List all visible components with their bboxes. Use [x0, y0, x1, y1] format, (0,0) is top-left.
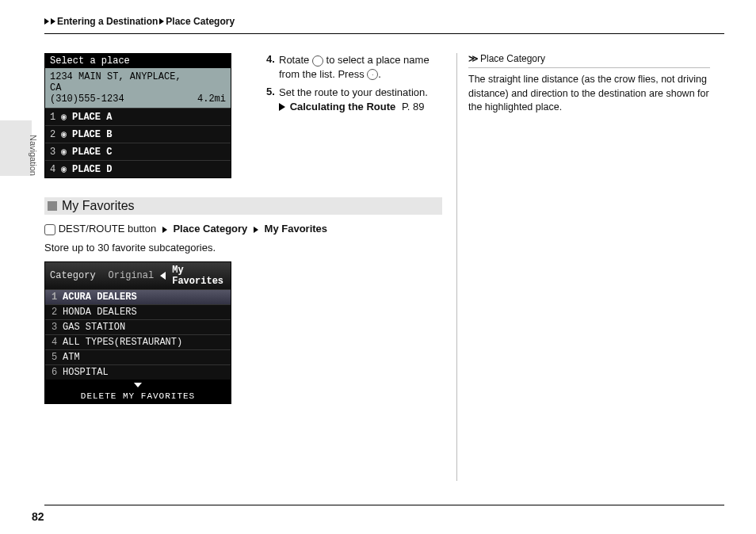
page-number: 82 — [32, 510, 44, 523]
chevron-right-icon — [162, 227, 167, 233]
chevron-right-icon — [51, 18, 55, 25]
chevron-right-icon — [159, 18, 164, 25]
tip-body: The straight line distance (as the crow … — [468, 67, 710, 115]
chevron-left-icon — [160, 272, 166, 280]
list-item: 3GAS STATION — [45, 319, 231, 334]
chevron-down-icon — [134, 383, 142, 387]
step-4: 4. Rotate to select a place name from th… — [266, 53, 442, 81]
double-chevron-icon: ≫ — [468, 53, 477, 64]
list-item: 6HOSPITAL — [45, 364, 231, 380]
figure-address-bar: 1234 MAIN ST, ANYPLACE, CA (310)555-1234… — [45, 68, 231, 108]
address-text: 1234 MAIN ST, ANYPLACE, CA — [50, 71, 197, 93]
category-label: Category — [50, 270, 96, 281]
list-item: 4ALL TYPES(RESTAURANT) — [45, 334, 231, 349]
figure-category: Category Original My Favorites 1ACURA DE… — [44, 261, 231, 404]
joystick-icon — [44, 224, 55, 235]
step-5: 5. Set the route to your destination. Ca… — [266, 86, 442, 113]
square-bullet-icon — [48, 201, 57, 211]
xref-label: Calculating the Route — [290, 101, 396, 113]
chevron-right-icon — [44, 18, 49, 25]
tab-my-favorites: My Favorites — [172, 265, 226, 287]
step-number: 5. — [266, 86, 279, 113]
breadcrumb-parent: Entering a Destination — [57, 16, 158, 27]
list-item: 1ACURA DEALERS — [45, 289, 231, 304]
section-tab-label: Navigation — [29, 135, 38, 176]
chevron-right-icon — [254, 227, 258, 233]
steps-block: 4. Rotate to select a place name from th… — [266, 53, 442, 193]
nav-path: DEST/ROUTE button Place Category My Favo… — [44, 223, 442, 235]
list-item: 5ATM — [45, 349, 231, 364]
breadcrumb: Entering a Destination Place Category — [44, 14, 724, 34]
section-tab — [0, 120, 32, 176]
list-item: 1◉PLACE A — [45, 108, 231, 125]
breadcrumb-current: Place Category — [166, 16, 235, 27]
list-item: 2HONDA DEALERS — [45, 304, 231, 319]
figure-select-place: Select a place 1234 MAIN ST, ANYPLACE, C… — [44, 53, 231, 178]
figure-header: Select a place — [45, 54, 231, 68]
page-footer-rule — [44, 505, 724, 505]
press-button-icon — [367, 69, 378, 80]
xref-page: P. 89 — [402, 101, 425, 113]
distance-text: 4.2mi — [197, 93, 226, 105]
list-item: 3◉PLACE C — [45, 143, 231, 160]
section-description: Store up to 30 favorite subcategories. — [44, 242, 442, 254]
list-item: 4◉PLACE D — [45, 160, 231, 177]
rotate-dial-icon — [312, 55, 323, 67]
link-arrow-icon — [279, 103, 285, 111]
delete-favorites-button: DELETE MY FAVORITES — [45, 380, 231, 403]
step-number: 4. — [266, 53, 279, 81]
section-title: My Favorites — [62, 197, 135, 215]
phone-text: (310)555-1234 — [50, 93, 197, 105]
section-header: My Favorites — [44, 197, 442, 215]
tab-original: Original — [109, 270, 155, 281]
tip-title: Place Category — [480, 53, 545, 64]
tip-header: ≫ Place Category — [468, 53, 710, 64]
list-item: 2◉PLACE B — [45, 125, 231, 143]
